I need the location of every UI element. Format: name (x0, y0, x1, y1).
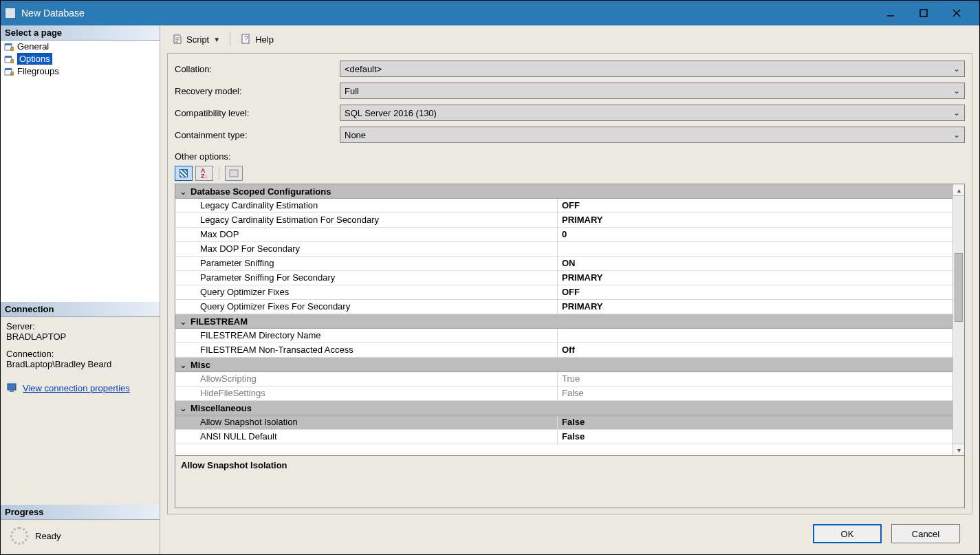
property-row[interactable]: Parameter SniffingON (175, 257, 952, 271)
scroll-up-button[interactable]: ▴ (953, 184, 964, 196)
collapse-icon[interactable]: ⌄ (175, 316, 190, 327)
property-name: ANSI NULL Default (200, 430, 558, 444)
property-value[interactable]: PRIMARY (558, 300, 952, 314)
collapse-icon[interactable]: ⌄ (175, 360, 190, 370)
property-name: Max DOP For Secondary (200, 242, 558, 256)
collapse-icon[interactable]: ⌄ (175, 403, 190, 413)
page-icon (3, 42, 14, 52)
property-row[interactable]: Max DOP For Secondary (175, 242, 952, 257)
property-group-title: Misc (190, 360, 210, 370)
property-group-header[interactable]: ⌄Database Scoped Configurations (175, 184, 952, 199)
property-row[interactable]: Max DOP0 (175, 228, 952, 242)
property-description-title: Allow Snapshot Isolation (181, 460, 959, 470)
connection-panel: Server: BRADLAPTOP Connection: BradLapto… (1, 317, 160, 505)
property-name: FILESTREAM Non-Transacted Access (200, 343, 558, 357)
property-group-header[interactable]: ⌄Miscellaneous (175, 401, 952, 415)
property-row[interactable]: Legacy Cardinality EstimationOFF (175, 199, 952, 213)
help-button[interactable]: ? Help (240, 33, 274, 45)
svg-rect-8 (5, 56, 12, 58)
property-group-header[interactable]: ⌄Misc (175, 358, 952, 372)
page-item-options[interactable]: Options (1, 52, 160, 65)
property-name: FILESTREAM Directory Name (200, 329, 558, 342)
cancel-button[interactable]: Cancel (891, 524, 960, 543)
page-list[interactable]: GeneralOptionsFilegroups (1, 41, 160, 302)
window-title: New Database (21, 8, 884, 19)
toolbar-separator (230, 32, 230, 46)
property-name: Legacy Cardinality Estimation (200, 199, 558, 213)
collation-value: <default> (345, 64, 953, 74)
collapse-icon[interactable]: ⌄ (175, 186, 190, 197)
property-value[interactable] (558, 329, 952, 342)
maximize-button[interactable] (917, 7, 930, 19)
chevron-down-icon: ⌄ (953, 86, 960, 96)
property-name: Query Optimizer Fixes For Secondary (200, 300, 558, 314)
property-name: Parameter Sniffing For Secondary (200, 271, 558, 285)
property-value[interactable]: False (558, 415, 952, 429)
page-item-label: Options (17, 53, 52, 65)
property-row[interactable]: FILESTREAM Directory Name (175, 329, 952, 343)
svg-rect-13 (8, 384, 16, 390)
property-value[interactable]: PRIMARY (558, 213, 952, 227)
page-item-general[interactable]: General (1, 41, 160, 52)
compatibility-level-dropdown[interactable]: SQL Server 2016 (130) ⌄ (340, 105, 965, 121)
page-item-filegroups[interactable]: Filegroups (1, 65, 160, 77)
dialog-footer: OK Cancel (167, 514, 972, 554)
progress-spinner-icon (10, 527, 28, 545)
scroll-down-button[interactable]: ▾ (953, 444, 964, 455)
minimize-button[interactable] (884, 7, 897, 19)
property-row[interactable]: ANSI NULL DefaultFalse (175, 430, 952, 444)
property-value[interactable]: False (558, 430, 952, 444)
chevron-down-icon: ⌄ (953, 64, 960, 74)
property-value[interactable]: OFF (558, 285, 952, 299)
view-connection-properties-link[interactable]: View connection properties (23, 383, 130, 393)
chevron-down-icon: ⌄ (953, 130, 960, 140)
containment-type-dropdown[interactable]: None ⌄ (340, 127, 965, 143)
recovery-label: Recovery model: (175, 86, 340, 96)
progress-panel: Ready (1, 520, 160, 554)
scroll-thumb[interactable] (955, 253, 963, 322)
svg-rect-14 (10, 391, 14, 392)
property-value[interactable]: True (558, 372, 952, 386)
property-group-header[interactable]: ⌄FILESTREAM (175, 314, 952, 329)
property-row[interactable]: Allow Snapshot IsolationFalse (175, 415, 952, 430)
property-name: HideFileSettings (200, 387, 558, 400)
script-button[interactable]: Script ▼ (171, 33, 220, 45)
property-row[interactable]: Parameter Sniffing For SecondaryPRIMARY (175, 271, 952, 285)
database-icon (5, 8, 16, 19)
alphabetical-sort-button[interactable]: AZ↓ (195, 166, 213, 181)
property-grid-scrollbar[interactable]: ▴ ▾ (952, 184, 964, 455)
property-value[interactable]: False (558, 387, 952, 400)
property-value[interactable]: ON (558, 257, 952, 270)
property-value[interactable] (558, 242, 952, 256)
property-name: Allow Snapshot Isolation (200, 415, 558, 429)
ok-button[interactable]: OK (813, 524, 882, 543)
chevron-down-icon: ▼ (213, 36, 220, 43)
recovery-model-dropdown[interactable]: Full ⌄ (340, 83, 965, 99)
svg-rect-17 (230, 170, 238, 177)
property-row[interactable]: FILESTREAM Non-Transacted AccessOff (175, 343, 952, 358)
page-icon (3, 54, 14, 64)
property-value[interactable]: Off (558, 343, 952, 357)
categorized-sort-button[interactable] (175, 166, 193, 181)
property-grid[interactable]: ⌄Database Scoped ConfigurationsLegacy Ca… (175, 184, 952, 455)
property-pages-button[interactable] (225, 166, 243, 181)
page-item-label: Filegroups (17, 66, 59, 76)
server-label: Server: (6, 321, 154, 331)
other-options-label: Other options: (175, 151, 965, 162)
property-row[interactable]: Query Optimizer FixesOFF (175, 285, 952, 300)
property-group-title: Miscellaneous (190, 403, 252, 413)
main-pane: Script ▼ ? Help Collation: <default> ⌄ (160, 25, 979, 554)
property-value[interactable]: OFF (558, 199, 952, 213)
property-row[interactable]: HideFileSettingsFalse (175, 387, 952, 401)
property-row[interactable]: AllowScriptingTrue (175, 372, 952, 387)
close-button[interactable] (950, 7, 963, 19)
svg-point-9 (11, 59, 14, 63)
page-icon (3, 67, 14, 76)
collation-dropdown[interactable]: <default> ⌄ (340, 61, 965, 77)
connection-header: Connection (1, 302, 160, 317)
property-value[interactable]: PRIMARY (558, 271, 952, 285)
property-name: Query Optimizer Fixes (200, 285, 558, 299)
property-value[interactable]: 0 (558, 228, 952, 241)
property-row[interactable]: Query Optimizer Fixes For SecondaryPRIMA… (175, 300, 952, 314)
property-row[interactable]: Legacy Cardinality Estimation For Second… (175, 213, 952, 228)
